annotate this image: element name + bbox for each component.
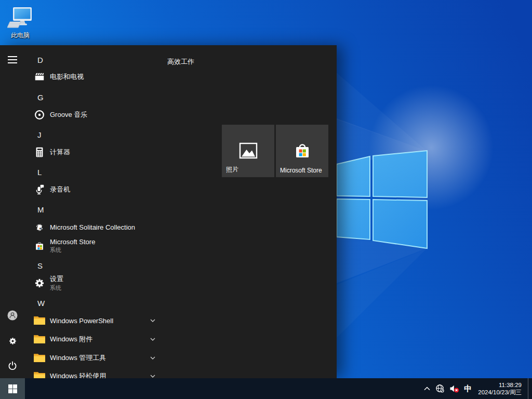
section-letter-g[interactable]: G xyxy=(25,91,158,103)
photos-icon xyxy=(238,140,259,161)
windows-logo-icon xyxy=(8,384,17,393)
taskbar: 中 11:38:29 2024/10/23/周三 xyxy=(0,378,532,399)
app-sublabel: 系统 xyxy=(50,246,95,254)
section-letter-d[interactable]: D xyxy=(25,54,158,66)
folder-label: Windows 附件 xyxy=(50,335,92,344)
app-label: Groove 音乐 xyxy=(50,110,87,119)
settings-gear-icon xyxy=(33,277,46,289)
volume-button[interactable] xyxy=(449,378,459,399)
app-list: D 电影和电视 G xyxy=(0,45,166,378)
app-label: 电影和电视 xyxy=(50,72,84,82)
chevron-down-icon[interactable] xyxy=(150,317,156,324)
movies-tv-icon xyxy=(33,71,46,83)
clock[interactable]: 11:38:29 2024/10/23/周三 xyxy=(476,381,523,396)
app-label: 录音机 xyxy=(50,185,70,194)
tile-group-title[interactable]: 高效工作 xyxy=(167,57,194,66)
app-item-voice-recorder[interactable]: 录音机 xyxy=(25,180,158,199)
voice-recorder-icon xyxy=(33,183,46,196)
tray-overflow-button[interactable] xyxy=(423,378,431,399)
ime-indicator[interactable]: 中 xyxy=(464,378,472,399)
desktop-icon-this-pc[interactable]: 此电脑 xyxy=(3,6,37,40)
folder-label: Windows 管理工具 xyxy=(50,353,106,363)
taskbar-empty-area xyxy=(25,378,423,399)
start-menu: D 电影和电视 G xyxy=(0,45,337,378)
app-item-movies-tv[interactable]: 电影和电视 xyxy=(25,68,158,86)
desktop: 此电脑 xyxy=(0,0,532,399)
app-item-groove-music[interactable]: Groove 音乐 xyxy=(25,105,158,124)
chevron-down-icon[interactable] xyxy=(150,336,156,342)
section-letter-j[interactable]: J xyxy=(25,128,158,141)
store-icon xyxy=(33,240,46,252)
folder-icon xyxy=(33,370,46,378)
tile-microsoft-store[interactable]: Microsoft Store xyxy=(276,125,328,177)
chevron-down-icon[interactable] xyxy=(150,373,156,378)
start-button[interactable] xyxy=(0,378,25,399)
folder-icon xyxy=(33,333,46,345)
app-sublabel: 系统 xyxy=(50,284,63,292)
this-pc-label: 此电脑 xyxy=(3,31,37,40)
store-icon xyxy=(292,140,313,161)
groove-music-icon xyxy=(33,109,46,121)
tile-label: 照片 xyxy=(226,165,238,174)
folder-icon xyxy=(33,352,46,364)
folder-label: Windows PowerShell xyxy=(50,317,113,325)
folder-item-windows-admin-tools[interactable]: Windows 管理工具 xyxy=(25,349,158,367)
tile-label: Microsoft Store xyxy=(280,167,322,174)
show-desktop-button[interactable] xyxy=(528,378,531,399)
this-pc-icon xyxy=(3,6,37,30)
network-status-button[interactable] xyxy=(435,378,445,399)
section-letter-s[interactable]: S xyxy=(25,259,158,272)
section-letter-l[interactable]: L xyxy=(25,166,158,178)
chevron-down-icon[interactable] xyxy=(150,355,156,361)
speaker-muted-icon xyxy=(449,384,459,393)
folder-label: Windows 轻松使用 xyxy=(50,371,106,378)
folder-item-windows-accessories[interactable]: Windows 附件 xyxy=(25,330,158,349)
section-letter-w[interactable]: W xyxy=(25,297,158,309)
app-label: 计算器 xyxy=(50,148,70,157)
clock-time: 11:38:29 xyxy=(478,381,522,389)
app-label: 设置 xyxy=(50,274,63,284)
app-label: Microsoft Store xyxy=(50,238,95,246)
solitaire-icon: ♠ xyxy=(33,221,46,233)
chevron-up-icon xyxy=(423,385,431,392)
folder-item-windows-ease-of-access[interactable]: Windows 轻松使用 xyxy=(25,367,158,378)
folder-item-windows-powershell[interactable]: Windows PowerShell xyxy=(25,311,158,330)
app-label: Microsoft Solitaire Collection xyxy=(50,223,135,231)
calculator-icon xyxy=(33,146,46,158)
network-globe-icon xyxy=(435,384,445,393)
system-tray: 中 11:38:29 2024/10/23/周三 xyxy=(423,378,532,399)
section-letter-m[interactable]: M xyxy=(25,203,158,216)
clock-date: 2024/10/23/周三 xyxy=(478,389,522,396)
tile-photos[interactable]: 照片 xyxy=(222,125,274,177)
app-item-microsoft-store[interactable]: Microsoft Store 系统 xyxy=(25,233,158,258)
folder-icon xyxy=(33,314,46,327)
app-item-settings[interactable]: 设置 系统 xyxy=(25,271,158,296)
app-item-calculator[interactable]: 计算器 xyxy=(25,143,158,162)
